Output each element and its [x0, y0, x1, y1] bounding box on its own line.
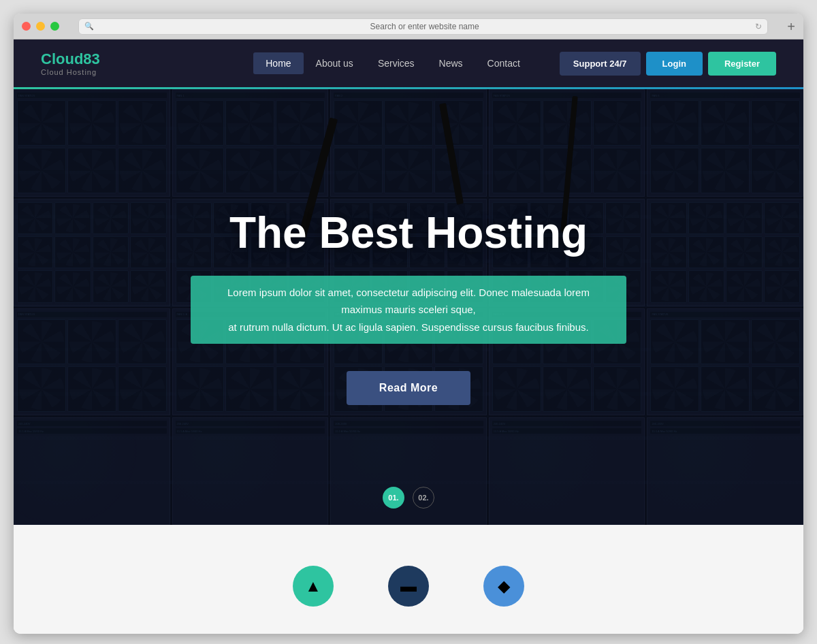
maximize-icon[interactable] [50, 22, 59, 31]
nav-item-news[interactable]: News [427, 57, 475, 69]
website-content: Cloud83 Cloud Hosting Home About us Serv… [14, 39, 803, 634]
icon-circle-blue: ◆ [483, 566, 524, 607]
bottom-section: ▲ ▬ ◆ [14, 525, 803, 634]
nav-link-home[interactable]: Home [253, 52, 303, 74]
nav-item-about[interactable]: About us [304, 57, 366, 69]
close-icon[interactable] [22, 22, 31, 31]
nav-link-news[interactable]: News [427, 52, 475, 74]
icon-circle-teal: ▲ [293, 566, 334, 607]
logo-name: Cloud83 [41, 50, 100, 68]
minimize-icon[interactable] [36, 22, 45, 31]
hero-desc-line1: Lorem ipsum dolor sit amet, consectetur … [227, 287, 590, 316]
login-button[interactable]: Login [646, 52, 703, 76]
address-bar[interactable]: 🔍 Search or enter website name ↻ [78, 18, 768, 35]
hero-title: The Best Hosting [191, 209, 626, 257]
nav-link-contact[interactable]: Contact [475, 52, 532, 74]
hero-indicator-1[interactable]: 01. [383, 487, 404, 509]
nav-link-services[interactable]: Services [366, 52, 427, 74]
teal-icon: ▲ [305, 577, 321, 596]
navy-icon: ▬ [400, 577, 417, 596]
reload-icon[interactable]: ↻ [755, 22, 762, 31]
hero-content: The Best Hosting Lorem ipsum dolor sit a… [177, 209, 640, 406]
bottom-icon-item-3: ◆ [483, 566, 524, 607]
hero-indicators: 01. 02. [383, 487, 434, 509]
icon-circle-navy: ▬ [388, 566, 429, 607]
browser-window: 🔍 Search or enter website name ↻ + Cloud… [14, 14, 803, 634]
hero-indicator-2[interactable]: 02. [413, 487, 434, 509]
bottom-icon-item-1: ▲ [293, 566, 334, 607]
hero-section: FAN STATUS FAN 1 FAN 2 [14, 89, 803, 525]
hero-description: Lorem ipsum dolor sit amet, consectetur … [191, 276, 626, 344]
new-tab-button[interactable]: + [787, 20, 795, 33]
search-icon: 🔍 [84, 22, 94, 31]
nav-buttons: Support 24/7 Login Register [560, 52, 776, 76]
blue-icon: ◆ [498, 577, 510, 596]
bottom-icon-item-2: ▬ [388, 566, 429, 607]
nav-menu: Home About us Services News Contact [253, 57, 532, 69]
support-button[interactable]: Support 24/7 [560, 52, 641, 76]
register-button[interactable]: Register [708, 52, 776, 76]
nav-link-about[interactable]: About us [304, 52, 366, 74]
logo-tagline: Cloud Hosting [41, 68, 100, 76]
hero-cta-button[interactable]: Read More [347, 371, 470, 405]
nav-item-services[interactable]: Services [366, 57, 427, 69]
nav-item-contact[interactable]: Contact [475, 57, 532, 69]
logo: Cloud83 Cloud Hosting [41, 50, 100, 76]
logo-text-part1: Cloud [41, 50, 83, 67]
browser-titlebar: 🔍 Search or enter website name ↻ + [14, 14, 803, 39]
nav-item-home[interactable]: Home [253, 57, 303, 69]
hero-desc-line2: at rutrum nulla dictum. Ut ac ligula sap… [228, 321, 588, 333]
logo-text-part2: 83 [83, 50, 99, 67]
navbar: Cloud83 Cloud Hosting Home About us Serv… [14, 39, 803, 87]
address-text: Search or enter website name [98, 22, 751, 31]
